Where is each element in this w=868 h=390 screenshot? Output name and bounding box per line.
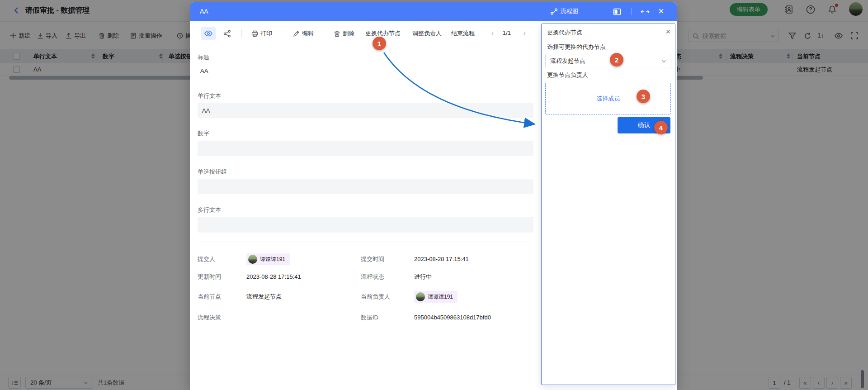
meta-value: 595004b4509863108d17bfd0 [414,314,491,322]
meta-value: 2023-08-28 17:15:41 [414,255,469,263]
next-record-icon[interactable]: › [524,29,526,37]
field-input: AA [198,103,533,118]
meta-label: 流程决策 [198,314,221,322]
trash-icon [334,30,340,37]
expand-width-icon[interactable] [641,8,650,15]
prev-record-icon[interactable]: ‹ [491,29,494,37]
record-pager: 1/1 [503,29,511,36]
field-input [198,217,533,233]
step-badge-3: 3 [637,90,650,103]
record-detail-modal: AA 流程图 × [190,2,677,390]
chevron-down-icon [661,59,666,64]
close-icon[interactable]: × [658,5,664,18]
meta-label: 当前节点 [198,293,221,301]
field-input [198,141,533,156]
change-node-button[interactable]: 更换代办节点 [365,29,401,38]
toolbar-divider [241,29,242,38]
meta-value: 2023-08-28 17:15:41 [246,273,301,281]
flowchart-icon [550,8,558,15]
change-node-panel: 更换代办节点 × 选择可更换的代办节点 流程发起节点 更换节点负责人 选择成员 … [541,24,675,385]
field-label: 标题 [198,53,209,62]
field-input [198,179,533,194]
toolbar-divider [361,29,361,38]
panel-toggle-icon[interactable] [613,8,621,16]
titlebar-divider [632,8,632,15]
avatar [248,255,257,264]
user-chip: 谭谭谭191 [414,291,458,303]
printer-icon [251,30,258,37]
avatar [416,292,425,301]
pencil-icon [293,30,300,37]
meta-label: 流程状态 [361,273,384,281]
field-value: AA [200,67,208,75]
flowchart-button[interactable]: 流程图 [550,7,578,15]
meta-label: 提交时间 [361,255,384,263]
field-label: 数字 [198,129,209,138]
close-icon[interactable]: × [665,28,670,36]
field-label: 单行文本 [198,92,221,100]
print-button[interactable]: 打印 [251,29,272,38]
share-icon[interactable] [223,30,231,38]
meta-label: 提交人 [198,255,215,263]
node-select[interactable]: 流程发起节点 [545,54,671,68]
step-badge-2: 2 [610,53,623,67]
meta-value: 进行中 [414,273,432,281]
step-badge-4: 4 [654,121,668,134]
modal-titlebar: AA 流程图 × [190,2,677,21]
owner-label: 更换节点负责人 [547,71,588,79]
end-flow-button[interactable]: 结束流程 [451,29,475,38]
delete-record-button[interactable]: 删除 [334,29,354,38]
panel-divider [542,40,675,40]
node-select-label: 选择可更换的代办节点 [547,43,606,51]
step-badge-1: 1 [373,37,386,50]
preview-button[interactable] [201,27,216,40]
section-divider [198,242,533,242]
user-chip: 谭谭谭191 [246,253,290,265]
meta-label: 数据ID [361,314,378,322]
meta-label: 更新时间 [198,273,221,281]
panel-title: 更换代办节点 [547,29,582,37]
edit-button[interactable]: 编辑 [293,29,314,38]
meta-label: 当前负责人 [361,293,390,301]
select-member-link[interactable]: 选择成员 [596,95,620,103]
adjust-owner-button[interactable]: 调整负责人 [412,29,442,38]
modal-title: AA [200,8,208,15]
screen: 请假审批 - 数据管理 编辑表单 新建 导入 导出 删除 批量操作 操作 [0,0,868,390]
meta-value: 流程发起节点 [246,293,282,301]
member-picker[interactable]: 选择成员 [545,83,671,114]
field-label: 单选按钮组 [198,168,227,176]
field-label: 多行文本 [198,206,221,214]
